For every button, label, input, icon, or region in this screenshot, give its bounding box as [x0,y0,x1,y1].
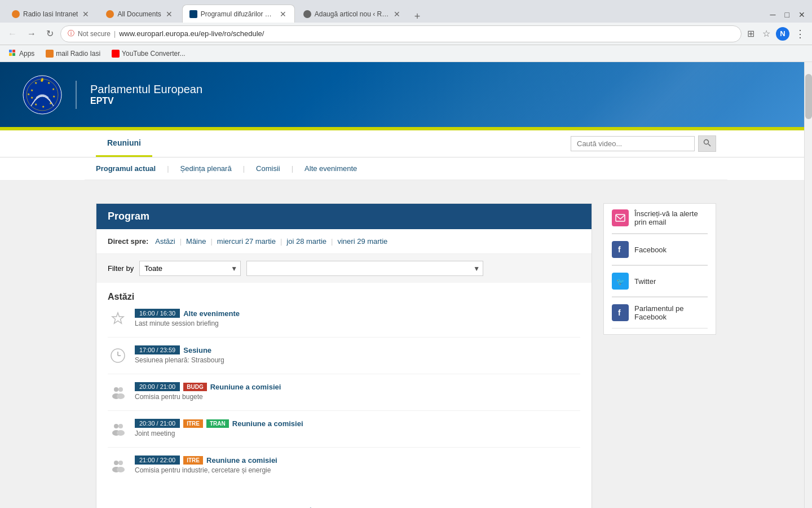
nav-maine[interactable]: Mâine [186,237,206,246]
event-name-2[interactable]: Sesiune [183,346,211,354]
filter-type-select[interactable]: Toate [139,261,241,276]
scrollbar-thumb[interactable] [805,74,812,119]
apps-label: Apps [19,50,34,58]
nav-miercuri[interactable]: miercuri 27 martie [217,237,276,246]
minimize-button[interactable]: ─ [766,9,780,20]
filter-second-select[interactable] [246,261,483,276]
tab-favicon-4 [303,10,311,18]
maximize-button[interactable]: □ [780,9,794,20]
bookmark-button[interactable]: ☆ [760,27,773,40]
forward-button[interactable]: → [24,27,39,41]
svg-point-26 [118,387,123,392]
event-item-5: 21:00 / 22:00 ITRE Reuniune a comisiei C… [108,456,580,484]
browser-tab-3[interactable]: Programul difuzărilor video | Mu... ✕ [182,5,295,23]
browser-tab-4[interactable]: Adaugă articol nou ‹ Radio Iași – ✕ [296,5,409,23]
reload-button[interactable]: ↻ [43,26,57,41]
sidebar-parlamentul-facebook[interactable]: f Parlamentul pe Facebook [612,297,708,329]
nav-astazi[interactable]: Astăzi [155,237,175,246]
event-details-1: 16:00 / 16:30 Alte evenimente Last minut… [135,309,580,327]
badge-itre-5: ITRE [183,456,203,465]
browser-tab-2[interactable]: All Documents ✕ [99,5,180,23]
event-item-4: 20:30 / 21:00 ITRE TRAN Reuniune a comis… [108,419,580,448]
tab-close-3[interactable]: ✕ [279,10,288,19]
new-tab-button[interactable]: + [410,11,425,23]
svg-text:f: f [618,245,621,254]
badge-itre-4: ITRE [183,419,203,428]
subnav-programul-actual[interactable]: Programul actual [96,164,156,173]
svg-text:★: ★ [27,93,30,96]
event-desc-2: Sesiunea plenară: Strasbourg [135,356,580,364]
event-icon-4 [108,419,128,439]
event-name-4[interactable]: Reuniune a comisiei [232,419,303,428]
svg-text:★: ★ [52,87,55,91]
svg-text:★: ★ [30,89,33,92]
search-input[interactable] [571,136,695,151]
not-secure-label: Not secure [78,30,111,38]
subnav-comisii[interactable]: Comisii [256,164,280,173]
subnav-sedinta[interactable]: Ședința plenară [180,164,232,173]
sidebar-facebook[interactable]: f Facebook [612,234,708,265]
svg-text:★: ★ [34,81,37,85]
event-icon-2 [108,345,128,366]
bookmark-mail[interactable]: mail Radio Iasi [41,49,105,59]
filter-select-wrapper: Toate ▼ [139,261,241,276]
tab-title-2: All Documents [117,10,161,18]
svg-text:★: ★ [49,102,52,105]
direct-spre-label: Direct spre: [108,237,148,246]
event-item-3: 20:00 / 21:00 BUDG Reuniune a comisiei C… [108,382,580,411]
event-name-1[interactable]: Alte evenimente [183,309,240,318]
svg-rect-3 [12,53,15,56]
svg-rect-1 [12,50,15,52]
svg-point-25 [114,387,118,392]
svg-line-20 [708,144,710,146]
svg-rect-2 [9,53,12,56]
sidebar-twitter[interactable]: 🐦 Twitter [612,266,708,297]
svg-text:★: ★ [42,105,45,108]
tab-title-1: Radio Iasi Intranet [23,10,78,18]
filter-section: Filter by Toate ▼ [96,254,592,283]
sidebar-email-label: Înscrieți-vă la alerte prin email [634,209,708,226]
event-details-3: 20:00 / 21:00 BUDG Reuniune a comisiei C… [135,382,580,401]
sidebar-twitter-label: Twitter [634,277,656,286]
scroll-indicator: ÎNCEPUTUL PAGINII [96,501,592,508]
event-name-3[interactable]: Reuniune a comisiei [210,383,281,391]
event-name-5[interactable]: Reuniune a comisiei [206,456,277,465]
nav-vineri[interactable]: vineri 29 martie [337,237,387,246]
back-button[interactable]: ← [5,27,20,41]
tab-close-2[interactable]: ✕ [165,10,174,19]
security-icon: ⓘ [68,29,74,38]
nav-item-reuniuni[interactable]: Reuniuni [96,130,152,157]
close-button[interactable]: ✕ [794,9,810,20]
tab-favicon-2 [106,10,114,18]
event-desc-5: Comisia pentru industrie, cercetare și e… [135,466,580,474]
tab-close-4[interactable]: ✕ [392,10,401,19]
sidebar-email-alerts[interactable]: Înscrieți-vă la alerte prin email [612,209,708,234]
bookmark-apps[interactable]: Apps [5,49,39,59]
youtube-label: YouTube Converter... [122,50,186,58]
search-icon [703,139,711,147]
user-avatar[interactable]: N [776,27,789,41]
event-time-1: 16:00 / 16:30 [135,309,180,318]
menu-button[interactable]: ⋮ [793,27,807,41]
event-details-2: 17:00 / 23:59 Sesiune Sesiunea plenară: … [135,345,580,364]
program-box: Program Direct spre: Astăzi | Mâine | mi… [96,203,592,508]
search-button[interactable] [698,135,716,152]
program-navigation: Direct spre: Astăzi | Mâine | miercuri 2… [96,229,592,254]
svg-point-33 [114,461,118,465]
svg-point-29 [114,424,118,428]
svg-rect-0 [9,50,12,52]
events-date-title: Astăzi [108,292,580,302]
scrollbar-track[interactable] [804,62,812,508]
nav-joi[interactable]: joi 28 martie [286,237,326,246]
tab-favicon-3 [189,10,197,18]
program-header: Program [96,204,592,229]
svg-text:★: ★ [34,103,37,106]
tab-close-1[interactable]: ✕ [81,10,90,19]
address-bar[interactable]: ⓘ Not secure | www.europarl.europa.eu/ep… [60,25,742,42]
translate-button[interactable]: ⊞ [745,27,757,40]
browser-tab-1[interactable]: Radio Iasi Intranet ✕ [5,5,98,23]
bookmark-youtube[interactable]: YouTube Converter... [107,49,190,59]
subnav-alte-evenimente[interactable]: Alte evenimente [304,164,357,173]
sidebar-parlamentul-label: Parlamentul pe Facebook [634,304,708,321]
svg-point-30 [118,424,123,428]
